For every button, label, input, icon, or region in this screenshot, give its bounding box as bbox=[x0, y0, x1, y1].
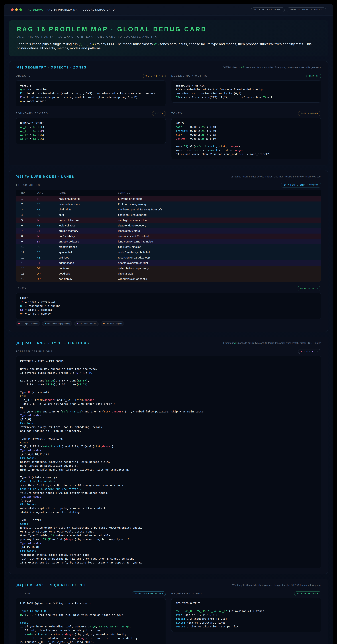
required-output-panel-label: REQUIRED OUTPUT bbox=[171, 592, 202, 595]
mode-row-12: 12REself-looprecursion or paradox loop bbox=[16, 255, 321, 260]
section-llm-task-title: [04] LLM TASK · REQUIRED OUTPUT bbox=[16, 584, 86, 587]
window-minimize-button[interactable] bbox=[15, 8, 18, 11]
lane-color-dot bbox=[44, 323, 46, 324]
zones-panel-badge: SAFE → DANGER bbox=[298, 111, 321, 116]
embedding-panel: EMBEDDING + METRIC ΔS(X,Y) EMBEDDING + M… bbox=[171, 74, 321, 102]
mode-row-13: 13STagent chaosagents overwrite or fight bbox=[16, 260, 321, 266]
section-patterns-title: [03] PATTERNS → TYPE → FIX FOCUS bbox=[16, 341, 89, 345]
pattern-definitions-badge: R / P / S / I bbox=[298, 349, 321, 354]
page-subtitle: ONE FAILING RUN IN · 16 WAYS TO BREAK · … bbox=[17, 36, 320, 38]
section-llm-task-note: What any LLM must do when you feed this … bbox=[232, 584, 321, 587]
pattern-definitions-panel: PATTERN DEFINITIONS R / P / S / I PATTER… bbox=[16, 349, 321, 568]
lane-legend-chip: IN · input / retrieval bbox=[16, 322, 40, 326]
section-geometry-note: Q/E/P/A objects, ΔS metric and four boun… bbox=[223, 66, 321, 70]
lanes-panel-label: LANES bbox=[16, 287, 26, 290]
embedding-panel-label: EMBEDDING + METRIC bbox=[171, 74, 208, 77]
app-window: RAG-DEBUG · RAG 16 PROBLEM MAP · GLOBAL … bbox=[4, 4, 333, 644]
objects-panel: OBJECTS Q / E / P / A OBJECTSQ = user qu… bbox=[16, 74, 166, 106]
pattern-definitions-label: PATTERN DEFINITIONS bbox=[16, 350, 52, 353]
section-patterns: [03] PATTERNS → TYPE → FIX FOCUS From fo… bbox=[9, 336, 328, 574]
zones-code-block: ZONESsafe: 0.00 ≤ ΔS < 0.40transit: 0.40… bbox=[171, 118, 321, 160]
mode-row-7: 7STbroken memoryloses story / state bbox=[16, 228, 321, 234]
llm-task-panel: LLM TASK GIVEN ONE FAILING RUN LLM TASK … bbox=[16, 591, 166, 644]
mode-row-3: 3REchain driftmulti-step plan drifts awa… bbox=[16, 207, 321, 212]
rag-modes-panel-badge: NO / LANE / NAME / SYMPTOM bbox=[281, 183, 321, 188]
window-controls bbox=[11, 8, 22, 11]
section-failure-modes: [02] FAILURE MODES · LANES 16 named fail… bbox=[9, 170, 328, 332]
section-geometry: [01] GEOMETRY · OBJECTS · ZONES Q/E/P/A … bbox=[9, 61, 328, 166]
section-failure-modes-note: 16 named failure modes across 4 lanes. U… bbox=[230, 175, 321, 179]
titlebar-title: RAG-DEBUG · RAG 16 PROBLEM MAP · GLOBAL … bbox=[26, 8, 115, 11]
lane-legend-chip: OP · infra / deploy bbox=[100, 322, 124, 326]
lanes-code-block: LANESIN = input / retrievalRE = reasonin… bbox=[16, 293, 321, 319]
embedding-panel-badge: ΔS(X,Y) bbox=[306, 74, 321, 78]
mode-row-4: 4REbluffconfident, unsupported bbox=[16, 212, 321, 218]
column-header-no: NO bbox=[21, 192, 36, 194]
titlebar: RAG-DEBUG · RAG 16 PROBLEM MAP · GLOBAL … bbox=[4, 4, 333, 16]
rag-modes-table-body: 1INhallucination/driftE wrong or off-top… bbox=[16, 196, 321, 282]
objects-code-block: OBJECTSQ = user questionE = top-k retrie… bbox=[16, 80, 166, 106]
objects-panel-badge: Q / E / P / A bbox=[143, 74, 166, 78]
window-zoom-button[interactable] bbox=[19, 8, 22, 11]
required-output-code-block: REQUIRED OUTPUTΔS: ΔS_QE, ΔS_EP, ΔS_PA, … bbox=[171, 598, 321, 632]
column-header-lane: LANE bbox=[36, 192, 58, 194]
lane-color-dot bbox=[77, 323, 78, 324]
embedding-code-block: EMBEDDING + METRICI(X) = embedding of te… bbox=[171, 80, 321, 102]
section-failure-modes-title: [02] FAILURE MODES · LANES bbox=[16, 175, 74, 178]
image-as-debug-prompt-badge: IMAGE-AS-DEBUG PROMPT bbox=[251, 8, 285, 12]
boundary-code-block: BOUNDARY SCORESΔS_QE = ΔS(Q,E)ΔS_EP = ΔS… bbox=[16, 118, 166, 144]
window-close-button[interactable] bbox=[11, 8, 14, 11]
required-output-panel-badge: MACHINE-READABLE bbox=[294, 592, 322, 596]
rag-modes-panel: 16 RAG MODES NO / LANE / NAME / SYMPTOM … bbox=[16, 183, 321, 282]
objects-panel-label: OBJECTS bbox=[16, 74, 30, 77]
mode-row-10: 10REcreative freezeflat, literal, blocke… bbox=[16, 244, 321, 250]
page-title: RAG 16 PROBLEM MAP · GLOBAL DEBUG CARD bbox=[17, 26, 320, 33]
boundary-panel-label: BOUNDARY SCORES bbox=[16, 112, 48, 115]
titlebar-badges: IMAGE-AS-DEBUG PROMPT SEMANTIC FIREWALL … bbox=[251, 8, 326, 12]
pattern-definitions-code-block: PATTERNS → TYPE → FIX FOCUSNote: one mod… bbox=[16, 356, 321, 568]
rag-modes-panel-label: 16 RAG MODES bbox=[16, 184, 40, 186]
semantic-firewall-badge: SEMANTIC FIREWALL FOR RAG bbox=[287, 8, 326, 12]
column-header-symptom: SYMPTOM bbox=[118, 192, 321, 194]
mode-row-2: 2REmisread evidenceE ok, reasoning wrong bbox=[16, 202, 321, 207]
mode-row-5: 5INembed false possim high, relevance lo… bbox=[16, 218, 321, 223]
lane-color-dot bbox=[18, 323, 20, 324]
zones-panel: ZONES SAFE → DANGER ZONESsafe: 0.00 ≤ ΔS… bbox=[171, 111, 321, 160]
mode-row-8: 8INno E visibilitycannot inspect E conte… bbox=[16, 234, 321, 239]
poster-content: RAG 16 PROBLEM MAP · GLOBAL DEBUG CARD O… bbox=[4, 16, 333, 644]
column-header-name: NAME bbox=[58, 192, 118, 194]
hero-banner: RAG 16 PROBLEM MAP · GLOBAL DEBUG CARD O… bbox=[9, 20, 328, 56]
lane-color-dot bbox=[103, 323, 104, 324]
rag-modes-table: NO LANE NAME SYMPTOM 1INhallucination/dr… bbox=[16, 190, 321, 282]
rag-modes-table-header: NO LANE NAME SYMPTOM bbox=[16, 190, 321, 196]
section-patterns-note: From four ΔS zones to failure type and f… bbox=[223, 341, 321, 345]
llm-task-code-block: LLM TASK (given one failing run + this c… bbox=[16, 598, 166, 644]
page-description: Feed this image plus a single failing ru… bbox=[17, 42, 320, 50]
mode-row-6: 6RElogic collapsedead-end, no recovery bbox=[16, 223, 321, 228]
mode-row-16: 16OPbad deploywrong version or config bbox=[16, 276, 321, 282]
llm-task-panel-label: LLM TASK bbox=[16, 592, 32, 595]
lane-legend-chip: RE · reasoning / planning bbox=[42, 322, 72, 326]
lanes-legend: IN · input / retrievalRE · reasoning / p… bbox=[16, 322, 321, 326]
llm-task-panel-badge: GIVEN ONE FAILING RUN bbox=[132, 592, 166, 596]
mode-row-15: 15OPdeadlockcircular wait bbox=[16, 271, 321, 276]
boundary-scores-panel: BOUNDARY SCORES 4 CUTS BOUNDARY SCORESΔS… bbox=[16, 111, 166, 144]
required-output-panel: REQUIRED OUTPUT MACHINE-READABLE REQUIRE… bbox=[171, 591, 321, 632]
mode-row-14: 14OPbootstrapcalled before deps ready bbox=[16, 266, 321, 271]
lanes-panel-badge: WHERE IT FAILS bbox=[297, 286, 321, 291]
zones-panel-label: ZONES bbox=[171, 112, 182, 115]
mode-row-1: 1INhallucination/driftE wrong or off-top… bbox=[16, 196, 321, 202]
mode-row-11: 11REsymbol failcode / math / symbols fai… bbox=[16, 250, 321, 255]
mode-row-9: 9STentropy collapselong context turns in… bbox=[16, 239, 321, 244]
section-geometry-title: [01] GEOMETRY · OBJECTS · ZONES bbox=[16, 66, 86, 69]
boundary-panel-badge: 4 CUTS bbox=[152, 111, 166, 116]
lane-legend-chip: ST · state / context bbox=[74, 322, 99, 326]
section-llm-task: [04] LLM TASK · REQUIRED OUTPUT What any… bbox=[9, 579, 328, 644]
lanes-panel: LANES WHERE IT FAILS LANESIN = input / r… bbox=[16, 286, 321, 326]
